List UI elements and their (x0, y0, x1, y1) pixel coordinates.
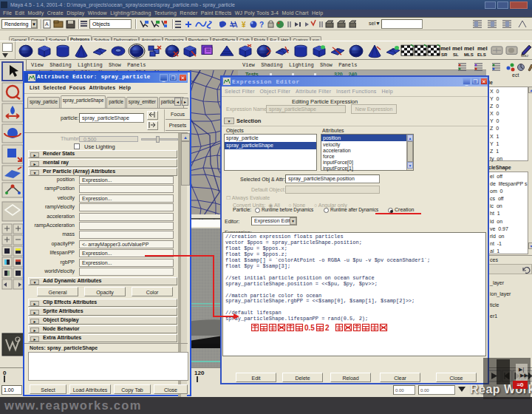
svg-text:0.5: 0.5 (304, 324, 315, 332)
svg-text:ELS: ELS (477, 52, 486, 57)
svg-text:SR: SR (441, 52, 447, 57)
svg-text:MB2: MB2 (521, 54, 529, 58)
svg-text:?: ? (259, 21, 264, 29)
svg-text:A: A (45, 21, 49, 27)
svg-text:mel: mel (464, 46, 474, 52)
svg-text:mel: mel (477, 46, 488, 52)
svg-text:2: 2 (325, 324, 330, 332)
svg-text:mel: mel (440, 46, 451, 52)
svg-text:SL: SL (453, 52, 459, 57)
svg-text:mel: mel (452, 46, 463, 52)
svg-text:MLS: MLS (464, 52, 474, 57)
svg-text:¥: ¥ (242, 21, 246, 29)
